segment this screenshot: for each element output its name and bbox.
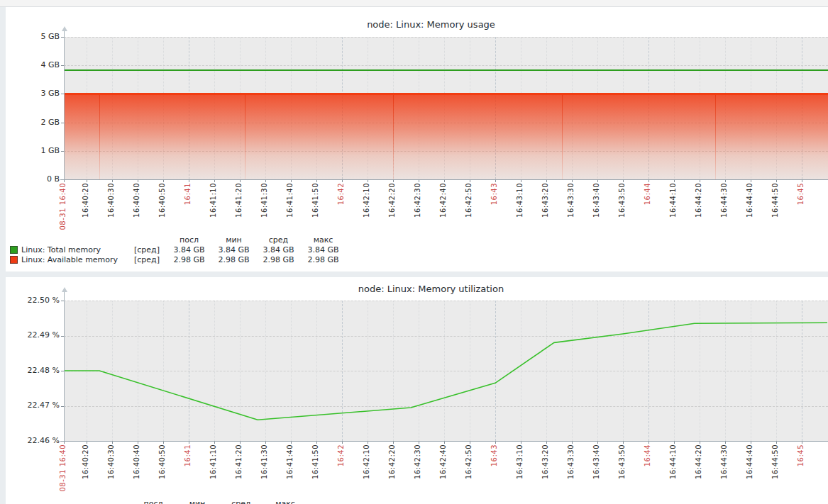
plot-area-memory-utilization[interactable] <box>64 301 828 441</box>
plot-area-memory-usage[interactable] <box>64 37 828 179</box>
top-chrome-bar <box>0 0 828 7</box>
